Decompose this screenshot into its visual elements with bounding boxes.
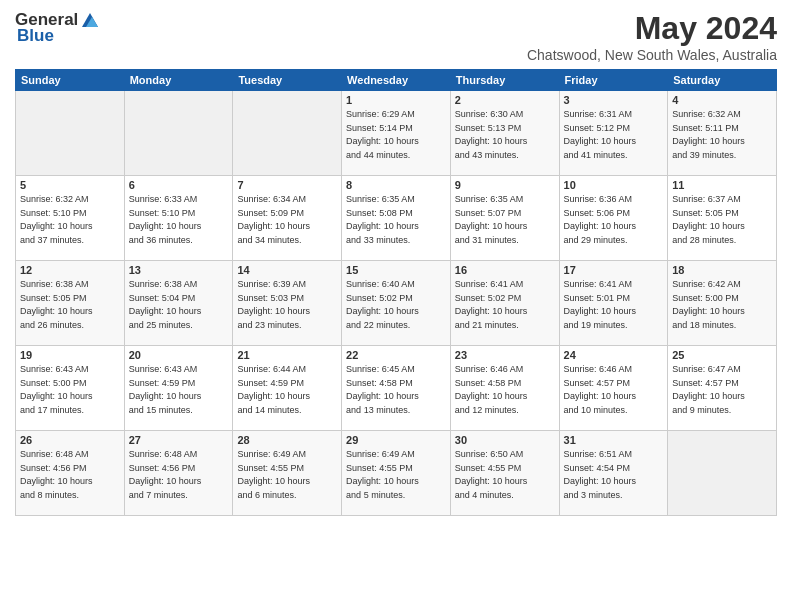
table-row: 26Sunrise: 6:48 AMSunset: 4:56 PMDayligh…	[16, 431, 125, 516]
day-number: 12	[20, 264, 120, 276]
day-info: Sunrise: 6:49 AMSunset: 4:55 PMDaylight:…	[346, 449, 419, 500]
table-row: 22Sunrise: 6:45 AMSunset: 4:58 PMDayligh…	[342, 346, 451, 431]
day-number: 3	[564, 94, 664, 106]
table-row: 23Sunrise: 6:46 AMSunset: 4:58 PMDayligh…	[450, 346, 559, 431]
table-row: 6Sunrise: 6:33 AMSunset: 5:10 PMDaylight…	[124, 176, 233, 261]
col-saturday: Saturday	[668, 70, 777, 91]
day-info: Sunrise: 6:41 AMSunset: 5:01 PMDaylight:…	[564, 279, 637, 330]
location: Chatswood, New South Wales, Australia	[527, 47, 777, 63]
day-info: Sunrise: 6:48 AMSunset: 4:56 PMDaylight:…	[129, 449, 202, 500]
table-row: 19Sunrise: 6:43 AMSunset: 5:00 PMDayligh…	[16, 346, 125, 431]
day-info: Sunrise: 6:29 AMSunset: 5:14 PMDaylight:…	[346, 109, 419, 160]
table-row: 2Sunrise: 6:30 AMSunset: 5:13 PMDaylight…	[450, 91, 559, 176]
day-info: Sunrise: 6:38 AMSunset: 5:04 PMDaylight:…	[129, 279, 202, 330]
table-row: 3Sunrise: 6:31 AMSunset: 5:12 PMDaylight…	[559, 91, 668, 176]
calendar-header-row: Sunday Monday Tuesday Wednesday Thursday…	[16, 70, 777, 91]
table-row: 25Sunrise: 6:47 AMSunset: 4:57 PMDayligh…	[668, 346, 777, 431]
day-number: 24	[564, 349, 664, 361]
col-friday: Friday	[559, 70, 668, 91]
day-info: Sunrise: 6:40 AMSunset: 5:02 PMDaylight:…	[346, 279, 419, 330]
day-number: 13	[129, 264, 229, 276]
day-number: 10	[564, 179, 664, 191]
day-number: 9	[455, 179, 555, 191]
day-number: 6	[129, 179, 229, 191]
day-number: 21	[237, 349, 337, 361]
day-number: 2	[455, 94, 555, 106]
table-row: 12Sunrise: 6:38 AMSunset: 5:05 PMDayligh…	[16, 261, 125, 346]
day-info: Sunrise: 6:31 AMSunset: 5:12 PMDaylight:…	[564, 109, 637, 160]
day-number: 8	[346, 179, 446, 191]
day-number: 1	[346, 94, 446, 106]
table-row: 10Sunrise: 6:36 AMSunset: 5:06 PMDayligh…	[559, 176, 668, 261]
table-row: 7Sunrise: 6:34 AMSunset: 5:09 PMDaylight…	[233, 176, 342, 261]
day-number: 26	[20, 434, 120, 446]
logo-blue: Blue	[17, 26, 54, 46]
day-number: 19	[20, 349, 120, 361]
day-number: 29	[346, 434, 446, 446]
table-row	[233, 91, 342, 176]
day-info: Sunrise: 6:50 AMSunset: 4:55 PMDaylight:…	[455, 449, 528, 500]
day-number: 7	[237, 179, 337, 191]
calendar-page: General Blue May 2024 Chatswood, New Sou…	[0, 0, 792, 612]
table-row: 21Sunrise: 6:44 AMSunset: 4:59 PMDayligh…	[233, 346, 342, 431]
table-row: 9Sunrise: 6:35 AMSunset: 5:07 PMDaylight…	[450, 176, 559, 261]
table-row: 15Sunrise: 6:40 AMSunset: 5:02 PMDayligh…	[342, 261, 451, 346]
day-number: 4	[672, 94, 772, 106]
day-number: 18	[672, 264, 772, 276]
logo: General Blue	[15, 10, 100, 46]
col-wednesday: Wednesday	[342, 70, 451, 91]
table-row: 14Sunrise: 6:39 AMSunset: 5:03 PMDayligh…	[233, 261, 342, 346]
day-info: Sunrise: 6:34 AMSunset: 5:09 PMDaylight:…	[237, 194, 310, 245]
day-number: 22	[346, 349, 446, 361]
day-info: Sunrise: 6:41 AMSunset: 5:02 PMDaylight:…	[455, 279, 528, 330]
day-number: 5	[20, 179, 120, 191]
day-info: Sunrise: 6:46 AMSunset: 4:58 PMDaylight:…	[455, 364, 528, 415]
table-row: 27Sunrise: 6:48 AMSunset: 4:56 PMDayligh…	[124, 431, 233, 516]
day-number: 23	[455, 349, 555, 361]
day-info: Sunrise: 6:38 AMSunset: 5:05 PMDaylight:…	[20, 279, 93, 330]
table-row: 1Sunrise: 6:29 AMSunset: 5:14 PMDaylight…	[342, 91, 451, 176]
table-row: 30Sunrise: 6:50 AMSunset: 4:55 PMDayligh…	[450, 431, 559, 516]
day-info: Sunrise: 6:35 AMSunset: 5:08 PMDaylight:…	[346, 194, 419, 245]
day-number: 28	[237, 434, 337, 446]
col-tuesday: Tuesday	[233, 70, 342, 91]
day-info: Sunrise: 6:44 AMSunset: 4:59 PMDaylight:…	[237, 364, 310, 415]
day-info: Sunrise: 6:42 AMSunset: 5:00 PMDaylight:…	[672, 279, 745, 330]
day-number: 16	[455, 264, 555, 276]
day-number: 25	[672, 349, 772, 361]
table-row: 17Sunrise: 6:41 AMSunset: 5:01 PMDayligh…	[559, 261, 668, 346]
day-info: Sunrise: 6:49 AMSunset: 4:55 PMDaylight:…	[237, 449, 310, 500]
day-info: Sunrise: 6:33 AMSunset: 5:10 PMDaylight:…	[129, 194, 202, 245]
col-sunday: Sunday	[16, 70, 125, 91]
col-thursday: Thursday	[450, 70, 559, 91]
day-number: 20	[129, 349, 229, 361]
table-row	[668, 431, 777, 516]
day-info: Sunrise: 6:32 AMSunset: 5:11 PMDaylight:…	[672, 109, 745, 160]
table-row: 20Sunrise: 6:43 AMSunset: 4:59 PMDayligh…	[124, 346, 233, 431]
table-row: 4Sunrise: 6:32 AMSunset: 5:11 PMDaylight…	[668, 91, 777, 176]
table-row: 5Sunrise: 6:32 AMSunset: 5:10 PMDaylight…	[16, 176, 125, 261]
table-row: 29Sunrise: 6:49 AMSunset: 4:55 PMDayligh…	[342, 431, 451, 516]
table-row	[16, 91, 125, 176]
day-number: 15	[346, 264, 446, 276]
day-info: Sunrise: 6:51 AMSunset: 4:54 PMDaylight:…	[564, 449, 637, 500]
day-number: 31	[564, 434, 664, 446]
logo-icon	[80, 13, 100, 27]
day-number: 14	[237, 264, 337, 276]
day-info: Sunrise: 6:32 AMSunset: 5:10 PMDaylight:…	[20, 194, 93, 245]
page-header: General Blue May 2024 Chatswood, New Sou…	[15, 10, 777, 63]
title-block: May 2024 Chatswood, New South Wales, Aus…	[527, 10, 777, 63]
table-row: 28Sunrise: 6:49 AMSunset: 4:55 PMDayligh…	[233, 431, 342, 516]
day-number: 17	[564, 264, 664, 276]
col-monday: Monday	[124, 70, 233, 91]
day-info: Sunrise: 6:35 AMSunset: 5:07 PMDaylight:…	[455, 194, 528, 245]
calendar-table: Sunday Monday Tuesday Wednesday Thursday…	[15, 69, 777, 516]
day-info: Sunrise: 6:45 AMSunset: 4:58 PMDaylight:…	[346, 364, 419, 415]
day-info: Sunrise: 6:48 AMSunset: 4:56 PMDaylight:…	[20, 449, 93, 500]
table-row: 24Sunrise: 6:46 AMSunset: 4:57 PMDayligh…	[559, 346, 668, 431]
table-row: 16Sunrise: 6:41 AMSunset: 5:02 PMDayligh…	[450, 261, 559, 346]
day-info: Sunrise: 6:43 AMSunset: 5:00 PMDaylight:…	[20, 364, 93, 415]
day-info: Sunrise: 6:43 AMSunset: 4:59 PMDaylight:…	[129, 364, 202, 415]
table-row	[124, 91, 233, 176]
day-number: 11	[672, 179, 772, 191]
